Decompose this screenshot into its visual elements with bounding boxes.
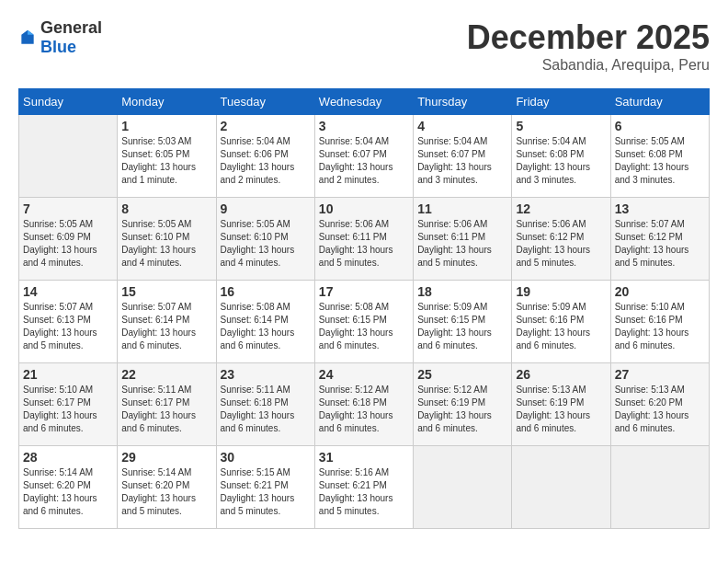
day-info: Sunrise: 5:04 AMSunset: 6:07 PMDaylight:… — [319, 135, 409, 187]
logo-general: General — [40, 18, 102, 37]
day-info: Sunrise: 5:06 AMSunset: 6:11 PMDaylight:… — [319, 218, 409, 270]
day-info: Sunrise: 5:15 AMSunset: 6:21 PMDaylight:… — [221, 466, 311, 518]
calendar-cell: 21Sunrise: 5:10 AMSunset: 6:17 PMDayligh… — [19, 363, 118, 446]
sunrise-text: Sunrise: 5:06 AM — [516, 219, 586, 229]
daylight-text: Daylight: 13 hours — [121, 162, 196, 172]
day-info: Sunrise: 5:04 AMSunset: 6:07 PMDaylight:… — [417, 135, 507, 187]
calendar-cell: 10Sunrise: 5:06 AMSunset: 6:11 PMDayligh… — [314, 198, 413, 281]
sunrise-text: Sunrise: 5:04 AM — [319, 136, 389, 146]
day-info: Sunrise: 5:05 AMSunset: 6:09 PMDaylight:… — [23, 218, 113, 270]
calendar-cell: 6Sunrise: 5:05 AMSunset: 6:08 PMDaylight… — [610, 115, 709, 198]
sunrise-text: Sunrise: 5:10 AM — [23, 385, 93, 395]
day-info: Sunrise: 5:12 AMSunset: 6:18 PMDaylight:… — [319, 384, 409, 435]
daylight-text: Daylight: 13 hours — [417, 327, 492, 338]
day-info: Sunrise: 5:13 AMSunset: 6:20 PMDaylight:… — [615, 384, 705, 435]
sunrise-text: Sunrise: 5:09 AM — [417, 302, 487, 312]
calendar-cell: 8Sunrise: 5:05 AMSunset: 6:10 PMDaylight… — [118, 198, 216, 281]
day-info: Sunrise: 5:05 AMSunset: 6:10 PMDaylight:… — [221, 218, 311, 270]
sunrise-text: Sunrise: 5:13 AM — [516, 385, 586, 395]
calendar-week-4: 28Sunrise: 5:14 AMSunset: 6:20 PMDayligh… — [19, 446, 710, 529]
daylight-text-2: and 5 minutes. — [23, 340, 84, 350]
daylight-text: Daylight: 13 hours — [23, 245, 97, 255]
day-number: 30 — [221, 450, 311, 465]
daylight-text-2: and 5 minutes. — [121, 506, 182, 516]
day-number: 21 — [23, 367, 113, 382]
calendar-header-monday: Monday — [118, 89, 216, 115]
daylight-text: Daylight: 13 hours — [121, 327, 196, 338]
daylight-text-2: and 6 minutes. — [121, 423, 182, 433]
logo: General Blue — [18, 18, 102, 57]
logo-blue: Blue — [40, 38, 76, 56]
sunset-text: Sunset: 6:17 PM — [121, 397, 189, 408]
sunset-text: Sunset: 6:19 PM — [417, 397, 485, 408]
sunset-text: Sunset: 6:14 PM — [121, 315, 189, 325]
daylight-text: Daylight: 13 hours — [221, 162, 295, 172]
sunset-text: Sunset: 6:18 PM — [319, 397, 387, 408]
daylight-text: Daylight: 13 hours — [221, 410, 295, 420]
sunrise-text: Sunrise: 5:14 AM — [121, 467, 191, 477]
daylight-text-2: and 6 minutes. — [516, 340, 576, 350]
day-number: 4 — [417, 119, 507, 133]
calendar-cell: 13Sunrise: 5:07 AMSunset: 6:12 PMDayligh… — [610, 198, 709, 281]
daylight-text-2: and 2 minutes. — [221, 175, 281, 185]
calendar-cell — [414, 446, 512, 529]
daylight-text: Daylight: 13 hours — [23, 410, 97, 420]
daylight-text: Daylight: 13 hours — [221, 245, 295, 255]
sunrise-text: Sunrise: 5:03 AM — [121, 136, 191, 146]
sunrise-text: Sunrise: 5:05 AM — [221, 219, 290, 229]
daylight-text: Daylight: 13 hours — [319, 245, 393, 255]
daylight-text: Daylight: 13 hours — [23, 327, 97, 338]
sunset-text: Sunset: 6:09 PM — [23, 232, 91, 242]
day-info: Sunrise: 5:07 AMSunset: 6:14 PMDaylight:… — [121, 301, 211, 352]
day-info: Sunrise: 5:14 AMSunset: 6:20 PMDaylight:… — [121, 466, 211, 518]
day-info: Sunrise: 5:10 AMSunset: 6:16 PMDaylight:… — [615, 301, 705, 352]
daylight-text-2: and 3 minutes. — [516, 175, 576, 185]
calendar-cell: 25Sunrise: 5:12 AMSunset: 6:19 PMDayligh… — [414, 363, 512, 446]
day-number: 27 — [615, 367, 705, 382]
day-info: Sunrise: 5:06 AMSunset: 6:12 PMDaylight:… — [516, 218, 606, 270]
daylight-text-2: and 6 minutes. — [319, 340, 380, 350]
calendar-cell: 17Sunrise: 5:08 AMSunset: 6:15 PMDayligh… — [314, 281, 413, 363]
sunrise-text: Sunrise: 5:14 AM — [23, 467, 93, 477]
day-number: 9 — [221, 201, 311, 216]
calendar-cell: 9Sunrise: 5:05 AMSunset: 6:10 PMDaylight… — [216, 198, 314, 281]
calendar-week-0: 1Sunrise: 5:03 AMSunset: 6:05 PMDaylight… — [19, 115, 710, 198]
sunset-text: Sunset: 6:08 PM — [516, 149, 584, 159]
sunset-text: Sunset: 6:07 PM — [417, 149, 485, 159]
calendar-cell: 29Sunrise: 5:14 AMSunset: 6:20 PMDayligh… — [118, 446, 216, 529]
sunrise-text: Sunrise: 5:04 AM — [221, 136, 290, 146]
daylight-text-2: and 1 minute. — [121, 175, 177, 185]
daylight-text: Daylight: 13 hours — [516, 245, 590, 255]
sunrise-text: Sunrise: 5:06 AM — [319, 219, 389, 229]
day-number: 26 — [516, 367, 606, 382]
sunrise-text: Sunrise: 5:16 AM — [319, 467, 389, 477]
logo-icon — [18, 29, 37, 47]
calendar-cell: 5Sunrise: 5:04 AMSunset: 6:08 PMDaylight… — [512, 115, 610, 198]
day-info: Sunrise: 5:07 AMSunset: 6:12 PMDaylight:… — [615, 218, 705, 270]
day-number: 12 — [516, 201, 606, 216]
calendar-cell: 26Sunrise: 5:13 AMSunset: 6:19 PMDayligh… — [512, 363, 610, 446]
sunrise-text: Sunrise: 5:05 AM — [121, 219, 191, 229]
calendar-header-thursday: Thursday — [414, 89, 512, 115]
sunset-text: Sunset: 6:20 PM — [121, 480, 189, 490]
daylight-text-2: and 6 minutes. — [221, 423, 281, 433]
day-info: Sunrise: 5:05 AMSunset: 6:10 PMDaylight:… — [121, 218, 211, 270]
subtitle: Sabandia, Arequipa, Peru — [467, 57, 710, 74]
calendar-cell: 22Sunrise: 5:11 AMSunset: 6:17 PMDayligh… — [118, 363, 216, 446]
day-number: 8 — [121, 201, 211, 216]
day-number: 7 — [23, 201, 113, 216]
sunset-text: Sunset: 6:11 PM — [319, 232, 387, 242]
sunrise-text: Sunrise: 5:07 AM — [23, 302, 93, 312]
calendar-header-row: SundayMondayTuesdayWednesdayThursdayFrid… — [19, 89, 710, 115]
daylight-text-2: and 5 minutes. — [221, 506, 281, 516]
sunset-text: Sunset: 6:12 PM — [516, 232, 584, 242]
daylight-text-2: and 6 minutes. — [615, 340, 676, 350]
daylight-text-2: and 4 minutes. — [121, 258, 182, 268]
day-number: 20 — [615, 284, 705, 299]
daylight-text: Daylight: 13 hours — [121, 410, 196, 420]
day-number: 16 — [221, 284, 311, 299]
day-number: 15 — [121, 284, 211, 299]
daylight-text-2: and 5 minutes. — [319, 506, 380, 516]
calendar-header-sunday: Sunday — [19, 89, 118, 115]
sunset-text: Sunset: 6:16 PM — [615, 315, 683, 325]
